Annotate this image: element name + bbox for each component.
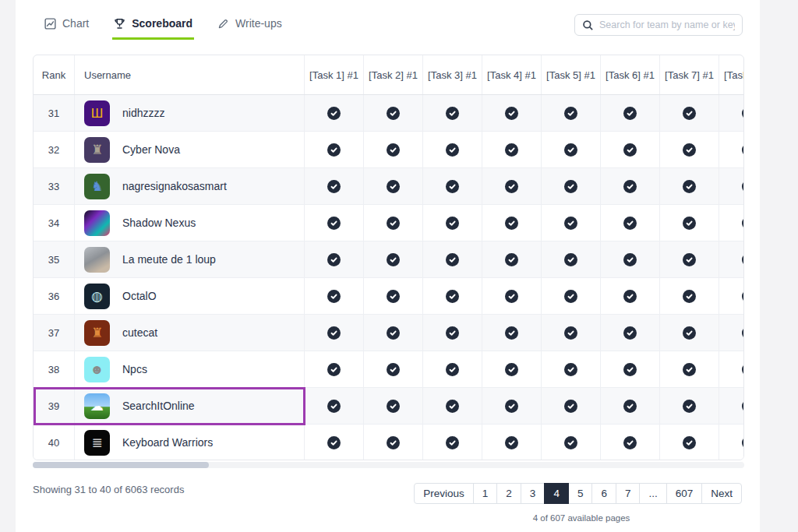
username-cell: ♜cutecat: [75, 315, 305, 351]
solved-check-icon: [564, 400, 577, 413]
solved-check-icon: [623, 180, 637, 193]
solved-check-icon: [623, 143, 637, 157]
pagination-page-2[interactable]: 2: [496, 483, 521, 504]
solved-check-icon: [742, 436, 744, 449]
solved-check-icon: [742, 180, 744, 193]
solve-cell: [423, 241, 482, 277]
rank-cell: 36: [34, 278, 75, 314]
pages-note: 4 of 607 available pages: [421, 513, 742, 523]
username-cell: Шnidhzzzz: [75, 95, 305, 131]
table-row[interactable]: 35La meute de 1 loup: [34, 241, 744, 278]
solved-check-icon: [446, 107, 459, 120]
pagination-page-3[interactable]: 3: [521, 483, 546, 504]
table-row[interactable]: 39☁SearchItOnline: [34, 388, 744, 425]
solved-check-icon: [623, 400, 637, 413]
solve-cell: [660, 205, 719, 241]
horizontal-scrollbar[interactable]: [33, 462, 744, 468]
column-header-task-8: [Task 8] #1: [719, 55, 744, 94]
records-summary: Showing 31 to 40 of 6063 records: [33, 484, 184, 495]
avatar: ♞: [84, 174, 110, 199]
solve-cell: [305, 132, 364, 167]
solve-cell: [423, 168, 482, 204]
solved-check-icon: [564, 363, 577, 376]
solve-cell: [423, 278, 482, 314]
solve-cell: [601, 425, 660, 460]
solved-check-icon: [327, 363, 341, 376]
solve-cell: [660, 425, 719, 460]
solve-cell: [305, 278, 364, 314]
pagination-previous[interactable]: Previous: [414, 483, 474, 504]
solve-cell: [423, 351, 482, 387]
avatar: [84, 210, 110, 236]
table-body: 31Шnidhzzzz32♜Cyber Nova33♞nagresignakos…: [34, 95, 743, 460]
solve-cell: [423, 205, 482, 241]
table-row[interactable]: 31Шnidhzzzz: [34, 95, 744, 132]
table-row[interactable]: 32♜Cyber Nova: [34, 132, 744, 168]
solved-check-icon: [742, 143, 744, 157]
pagination-page-5[interactable]: 5: [568, 483, 593, 504]
tab-scoreboard[interactable]: Scoreboard: [112, 14, 194, 40]
solved-check-icon: [505, 400, 518, 413]
scrollbar-thumb[interactable]: [33, 462, 209, 468]
username-label: SearchItOnline: [122, 400, 195, 412]
table-row[interactable]: 36◍OctalO: [34, 278, 744, 315]
solved-check-icon: [327, 290, 341, 303]
username-cell: ♜Cyber Nova: [75, 132, 305, 167]
tab-write-ups[interactable]: Write-ups: [216, 14, 284, 40]
username-label: nidhzzzz: [122, 107, 164, 119]
solve-cell: [601, 278, 660, 314]
solve-cell: [364, 278, 423, 314]
solve-cell: [423, 425, 482, 460]
solve-cell: [423, 388, 482, 424]
solve-cell: [482, 425, 542, 460]
table-row[interactable]: 33♞nagresignakosasmart: [34, 168, 744, 205]
rank-cell: 37: [34, 315, 75, 351]
solve-cell: [719, 241, 744, 277]
solved-check-icon: [742, 107, 744, 120]
pen-icon: [217, 18, 229, 30]
solve-cell: [601, 95, 660, 131]
solve-cell: [719, 205, 744, 241]
solved-check-icon: [505, 143, 518, 157]
pagination-page-7[interactable]: 7: [616, 483, 641, 504]
solve-cell: [542, 132, 601, 167]
table-row[interactable]: 37♜cutecat: [34, 315, 744, 351]
solved-check-icon: [683, 436, 696, 449]
solved-check-icon: [683, 326, 696, 340]
solve-cell: [719, 168, 744, 204]
solved-check-icon: [327, 253, 341, 266]
solved-check-icon: [564, 107, 577, 120]
solved-check-icon: [327, 107, 341, 120]
solved-check-icon: [742, 326, 744, 340]
search-input[interactable]: [599, 19, 735, 30]
solve-cell: [305, 205, 364, 241]
solve-cell: [482, 351, 542, 387]
pagination-page-6[interactable]: 6: [591, 483, 616, 504]
pagination-page-607[interactable]: 607: [666, 483, 703, 504]
table-row[interactable]: 34Shadow Nexus: [34, 205, 744, 241]
pagination-page-1[interactable]: 1: [473, 483, 498, 504]
tab-label: Chart: [62, 17, 89, 30]
table-header-row: Rank Username [Task 1] #1[Task 2] #1[Tas…: [34, 55, 744, 95]
pagination-next[interactable]: Next: [701, 483, 742, 504]
tab-chart[interactable]: Chart: [43, 14, 90, 40]
solved-check-icon: [742, 217, 744, 230]
solved-check-icon: [623, 326, 637, 340]
pagination-page-4[interactable]: 4: [544, 483, 569, 504]
solve-cell: [719, 425, 744, 460]
solve-cell: [305, 388, 364, 424]
solve-cell: [364, 351, 423, 387]
solved-check-icon: [446, 363, 459, 376]
table-row[interactable]: 38☻Npcs: [34, 351, 744, 388]
solve-cell: [364, 132, 423, 167]
solve-cell: [305, 351, 364, 387]
username-cell: ♞nagresignakosasmart: [75, 168, 305, 204]
username-cell: La meute de 1 loup: [75, 241, 305, 277]
solved-check-icon: [742, 363, 744, 376]
column-header-task-4: [Task 4] #1: [482, 55, 542, 94]
avatar: [84, 247, 110, 273]
solved-check-icon: [623, 363, 637, 376]
solved-check-icon: [387, 143, 400, 157]
username-label: nagresignakosasmart: [122, 180, 227, 192]
table-row[interactable]: 40≣Keyboard Warriors: [34, 425, 744, 460]
